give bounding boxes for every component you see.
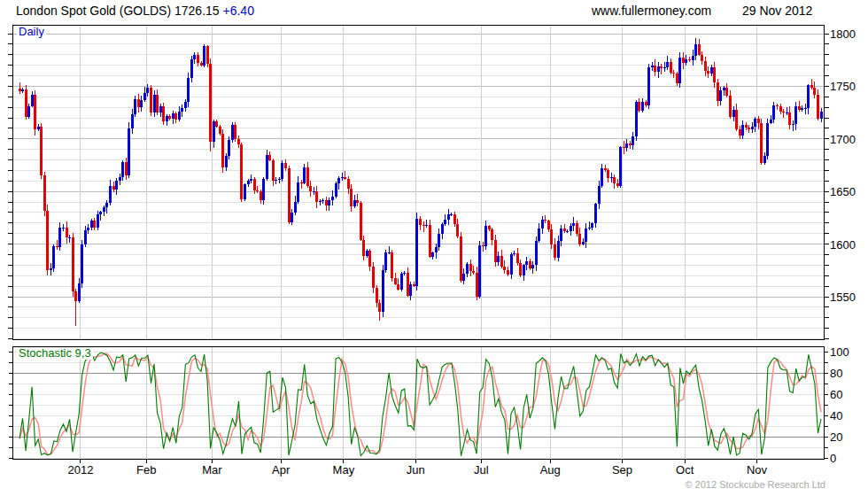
month-label: Nov bbox=[738, 463, 777, 477]
timeframe-label: Daily bbox=[17, 26, 46, 38]
price-chart-svg bbox=[12, 25, 825, 340]
stochastic-panel: Stochastic 9,3 bbox=[12, 346, 825, 460]
site-link[interactable]: www.fullermoney.com bbox=[592, 4, 711, 18]
instrument-name: London Spot Gold (GOLDS) bbox=[16, 4, 171, 18]
price-axis-label: 1600 bbox=[830, 238, 856, 252]
price-axis-label: 1700 bbox=[830, 133, 856, 146]
price-panel: Daily bbox=[12, 25, 825, 340]
stochastic-d-line bbox=[19, 353, 821, 454]
month-label: Jul bbox=[461, 463, 500, 477]
page-title: London Spot Gold (GOLDS) 1726.15 +6.40 bbox=[16, 4, 254, 18]
copyright-notice: © 2012 Stockcube Research Ltd bbox=[647, 479, 825, 490]
stochastic-axis-label: 40 bbox=[830, 409, 842, 422]
month-label: Oct bbox=[665, 463, 704, 477]
chart-date: 29 Nov 2012 bbox=[742, 4, 812, 18]
chart-window: London Spot Gold (GOLDS) 1726.15 +6.40 w… bbox=[0, 0, 868, 496]
candles-group bbox=[19, 38, 823, 327]
stochastic-chart-svg bbox=[12, 346, 825, 460]
price-axis-label: 1800 bbox=[830, 27, 856, 41]
month-label: Apr bbox=[261, 463, 300, 477]
stochastic-axis-label: 100 bbox=[830, 345, 849, 359]
stochastic-axis-label: 0 bbox=[830, 452, 836, 465]
price-axis-label: 1750 bbox=[830, 80, 856, 93]
stochastic-axis-label: 20 bbox=[830, 430, 842, 444]
month-label: Feb bbox=[127, 463, 166, 477]
month-label: Sep bbox=[603, 463, 642, 477]
month-label: May bbox=[324, 463, 363, 477]
month-label: Mar bbox=[192, 463, 231, 477]
last-price: 1726.15 bbox=[174, 4, 220, 18]
month-label: 2012 bbox=[61, 463, 100, 477]
stochastic-k-line bbox=[19, 353, 821, 456]
price-axis-label: 1650 bbox=[830, 185, 856, 198]
stochastic-axis-label: 80 bbox=[830, 367, 842, 380]
price-change: +6.40 bbox=[223, 4, 254, 18]
month-label: Aug bbox=[531, 463, 570, 477]
stochastic-axis-label: 60 bbox=[830, 388, 842, 401]
month-label: Jun bbox=[396, 463, 435, 477]
price-axis-label: 1550 bbox=[830, 291, 856, 304]
stochastic-label: Stochastic 9,3 bbox=[17, 347, 93, 360]
